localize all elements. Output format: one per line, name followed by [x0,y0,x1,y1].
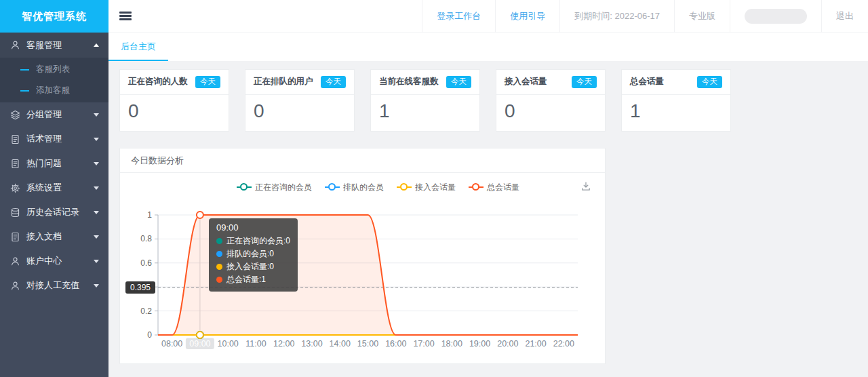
sidebar-item-group-management[interactable]: 分组管理 [0,102,108,127]
sidebar-item-add-agent[interactable]: 添加客服 [0,80,108,101]
stat-value: 0 [245,95,354,131]
stat-card-online-agents: 当前在线客服数 今天 1 [370,69,480,132]
analytics-panel: 今日数据分析 正在咨询的会员 排队的会员 接入会话量 总会话量 [119,148,606,364]
legend-item-total[interactable]: 总会话量 [469,182,519,193]
svg-text:11:00: 11:00 [245,339,266,349]
chart-legend: 正在咨询的会员 排队的会员 接入会话量 总会话量 [158,182,598,193]
chevron-down-icon [94,138,99,141]
svg-text:0.8: 0.8 [140,234,152,243]
today-badge: 今天 [446,76,471,88]
today-badge: 今天 [321,76,346,88]
user-icon [9,40,20,51]
download-icon[interactable] [580,181,591,195]
stat-card-incoming-sessions: 接入会话量 今天 0 [496,69,606,132]
sidebar-submenu: 客服列表 添加客服 [0,58,108,102]
y-axis-pointer-label: 0.395 [125,281,155,294]
user-icon [9,256,20,266]
svg-text:14:00: 14:00 [330,339,351,349]
legend-marker-icon [325,183,340,191]
chevron-down-icon [94,235,99,239]
top-header: 登录工作台 使用引导 到期时间: 2022-06-17 专业版 退出 [108,0,868,33]
dash-icon [20,69,29,71]
chevron-up-icon [94,43,99,47]
logout-button[interactable]: 退出 [821,0,868,33]
svg-text:22:00: 22:00 [553,339,574,349]
stat-value: 1 [622,95,730,131]
legend-marker-icon [237,183,252,191]
analytics-chart-area: 正在咨询的会员 排队的会员 接入会话量 总会话量 [120,173,605,363]
svg-text:1: 1 [147,210,152,220]
chevron-down-icon [94,211,99,214]
main-area: 登录工作台 使用引导 到期时间: 2022-06-17 专业版 退出 后台主页 … [108,0,868,377]
chevron-down-icon [94,284,99,287]
svg-text:17:00: 17:00 [413,339,434,349]
stat-cards-row: 正在咨询的人数 今天 0 正在排队的用户 今天 0 当前在线客服数 今天 1 接… [119,69,857,132]
account-name-masked [745,9,807,24]
legend-marker-icon [469,183,484,191]
sidebar-item-account-center[interactable]: 账户中心 [0,249,108,273]
stat-value: 1 [371,95,479,131]
analytics-chart[interactable]: 00.20.40.60.8108:0009:0010:0011:0012:001… [120,173,606,363]
svg-text:13:00: 13:00 [301,339,322,349]
tab-bar: 后台主页 [108,33,868,61]
svg-text:19:00: 19:00 [469,339,490,349]
document-icon [9,134,20,144]
gear-icon [9,182,20,193]
chevron-down-icon [94,162,99,165]
database-icon [9,207,20,218]
svg-text:08:00: 08:00 [161,339,182,349]
app-logo: 智优管理系统 [0,0,108,33]
sidebar-item-hot-questions[interactable]: 热门问题 [0,151,108,176]
chevron-down-icon [94,113,99,117]
stat-value: 0 [120,95,229,131]
content-area: 正在咨询的人数 今天 0 正在排队的用户 今天 0 当前在线客服数 今天 1 接… [108,61,868,377]
today-badge: 今天 [195,76,220,88]
stat-card-total-sessions: 总会话量 今天 1 [621,69,731,132]
svg-text:0: 0 [147,330,152,340]
svg-text:09:00: 09:00 [189,339,210,349]
sidebar-item-history-sessions[interactable]: 历史会话记录 [0,200,108,224]
svg-text:21:00: 21:00 [525,339,546,349]
svg-text:20:00: 20:00 [497,339,518,349]
svg-text:0.2: 0.2 [140,306,152,315]
legend-item-incoming[interactable]: 接入会话量 [397,182,456,193]
sidebar: 智优管理系统 客服管理 客服列表 添加客服 分组管理 话术管理 [0,0,108,377]
svg-text:0.6: 0.6 [140,258,152,268]
sidebar-item-integration-docs[interactable]: 接入文档 [0,224,108,249]
panel-title: 今日数据分析 [120,148,605,173]
legend-marker-icon [397,183,412,191]
today-badge: 今天 [697,76,722,88]
sidebar-item-manual-recharge[interactable]: 对接人工充值 [0,273,108,298]
legend-item-queueing[interactable]: 排队的会员 [325,182,384,193]
svg-text:15:00: 15:00 [357,339,378,349]
chevron-down-icon [94,260,99,263]
document-icon [9,158,20,169]
sidebar-item-agent-list[interactable]: 客服列表 [0,59,108,80]
svg-text:12:00: 12:00 [273,339,294,349]
svg-text:10:00: 10:00 [218,339,239,349]
user-icon [9,280,20,291]
legend-item-consulting[interactable]: 正在咨询的会员 [237,182,312,193]
dash-icon [20,90,29,92]
plan-label: 专业版 [674,0,730,33]
workbench-link[interactable]: 登录工作台 [422,0,495,33]
sidebar-item-system-settings[interactable]: 系统设置 [0,176,108,200]
document-icon [9,231,20,242]
sidebar-item-customer-service[interactable]: 客服管理 [0,33,108,58]
tab-home[interactable]: 后台主页 [108,33,168,61]
account-menu[interactable] [730,0,821,33]
menu-toggle-icon[interactable] [119,9,132,22]
sidebar-item-label: 客服管理 [26,39,62,52]
layers-icon [9,109,20,120]
expiry-date-label: 到期时间: 2022-06-17 [559,0,674,33]
chevron-down-icon [94,186,99,190]
svg-text:16:00: 16:00 [385,339,406,349]
today-badge: 今天 [572,76,597,88]
stat-card-consulting: 正在咨询的人数 今天 0 [119,69,229,132]
sidebar-item-script-management[interactable]: 话术管理 [0,127,108,151]
stat-value: 0 [496,95,605,131]
stat-card-queueing: 正在排队的用户 今天 0 [245,69,355,132]
guide-link[interactable]: 使用引导 [495,0,559,33]
svg-text:18:00: 18:00 [441,339,462,349]
